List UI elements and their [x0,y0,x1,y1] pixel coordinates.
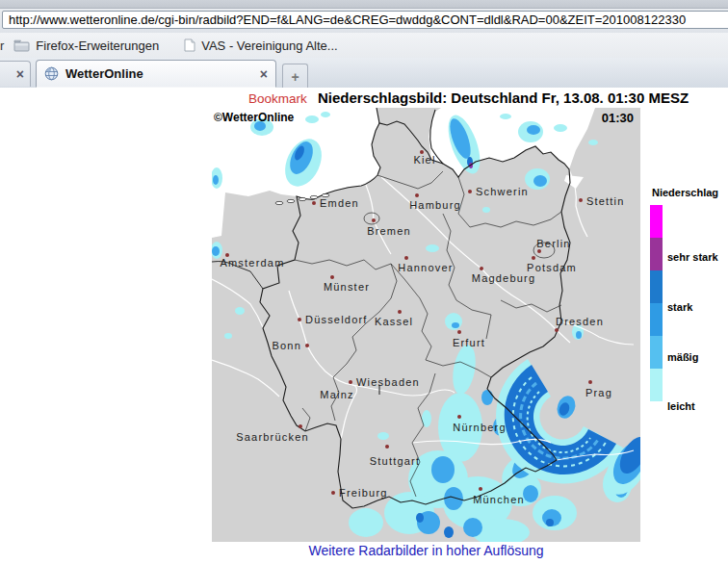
city-dot-Kassel [398,310,402,314]
precip-blob-med [576,331,582,339]
globe-favicon [44,66,59,81]
legend-label-mäßig: mäßig [667,351,698,363]
city-dot-Saarbrücken [299,424,302,428]
legend-segment [650,336,663,369]
precip-blob-med [444,487,463,510]
city-label-Dresden: Dresden [556,316,604,327]
city-label-Stuttgart: Stuttgart [370,455,420,467]
bookmark-item-vas[interactable]: VAS - Vereinigung Alte... [184,38,337,53]
precip-blob-light [224,333,232,339]
city-dot-Stettin [579,198,583,202]
legend-label-sehr-stark: sehr stark [667,251,718,263]
precip-blob-med [213,175,219,185]
legend-label-stark: stark [667,301,692,313]
precip-blob-med [527,125,540,135]
bookmark-label: Firefox-Erweiterungen [36,38,159,53]
precip-blob-light [349,508,383,537]
bookmarks-toolbar: r Firefox-Erweiterungen VAS - Vereinigun… [0,33,728,58]
bookmark-label: VAS - Vereinigung Alte... [201,38,337,53]
city-label-München: München [473,494,525,505]
city-label-Wiesbaden: Wiesbaden [356,376,420,388]
precip-blob-light [321,112,330,117]
precip-blob-light [554,124,567,132]
legend-segment [650,205,663,238]
window-top-edge [0,0,728,9]
precip-blob-dark [546,519,554,526]
map-copyright: ©WetterOnline [214,111,295,124]
city-label-Bremen: Bremen [367,225,411,237]
city-dot-Bremen [372,218,376,222]
city-label-Kassel: Kassel [375,316,413,327]
tab-close-icon[interactable]: × [16,67,24,81]
city-dot-Münster [330,275,334,279]
precip-blob-light [305,115,319,123]
city-label-Mainz: Mainz [320,389,353,400]
precip-blob-med [533,175,547,187]
precip-blob-dark [444,526,454,538]
city-dot-Hamburg [415,193,419,197]
legend-color-bar [650,205,663,401]
city-dot-Wiesbaden [349,380,352,384]
precip-blob-light [500,114,511,119]
precip-blob-light [588,140,598,145]
tab-title: WetterOnline [65,66,260,81]
precip-blob-med [523,485,538,502]
page-icon [184,38,195,52]
city-dot-Dresden [555,328,559,332]
city-label-Nürnberg: Nürnberg [453,422,506,433]
page-content: Bookmark Niederschlagsbild: Deutschland … [0,88,728,564]
tab-wetteronline[interactable]: WetterOnline × [36,60,276,88]
precip-blob-med [463,518,482,537]
city-dot-Erfurt [457,330,461,334]
city-dot-Magdeburg [480,267,483,270]
legend-segment [650,369,663,401]
city-label-Düsseldorf: Düsseldorf [305,314,368,325]
bookmark-item-firefox-erweiterungen[interactable]: Firefox-Erweiterungen [13,38,159,53]
legend-segment [650,303,663,336]
folder-icon [13,39,30,52]
city-dot-Schwerin [468,190,472,193]
precip-blob-med [431,456,455,483]
tab-strip: × WetterOnline × + [0,58,728,89]
city-dot-Berlin [537,249,541,253]
city-label-Berlin: Berlin [536,238,570,249]
map-time: 01:30 [602,111,634,125]
city-label-Emden: Emden [320,197,359,209]
bookmark-link[interactable]: Bookmark [248,91,307,106]
precip-blob-dark [416,513,424,523]
city-dot-Hannover [404,256,408,260]
city-label-Amsterdam: Amsterdam [220,257,284,269]
precip-blob-light [482,207,490,213]
radar-map-image: KielEmdenHamburgSchwerinStettinBremenAms… [212,108,640,542]
url-input[interactable] [2,11,728,29]
precip-blob-med [481,390,493,405]
city-dot-Potsdam [532,256,535,260]
city-dot-Emden [312,201,316,205]
legend-label-leicht: leicht [667,400,695,412]
city-dot-Prag [588,380,592,384]
precip-blob-med [212,246,220,256]
tab-previous-partial[interactable]: × [0,61,31,87]
more-radar-images-link[interactable]: Weitere Radarbilder in hoher Auflösung [212,543,640,558]
precip-blob-light [235,307,245,315]
city-label-Stettin: Stettin [586,195,625,207]
city-label-Magdeburg: Magdeburg [472,272,535,284]
tab-close-icon[interactable]: × [260,67,268,81]
city-label-Münster: Münster [324,281,370,293]
city-label-Kiel: Kiel [413,154,435,166]
legend-segment [650,270,663,303]
city-label-Hamburg: Hamburg [409,199,461,211]
city-dot-Nürnberg [457,415,461,419]
legend-segment [650,238,663,270]
city-dot-Freiburg [331,491,335,495]
precip-blob-light [426,244,439,252]
legend-title: Niederschlag [652,187,718,198]
precip-blob-light [377,432,389,440]
city-label-Bonn: Bonn [273,340,302,351]
new-tab-button[interactable]: + [282,64,308,89]
bookmark-item-cutoff[interactable]: r [0,38,4,53]
city-dot-Düsseldorf [298,318,301,321]
city-dot-Stuttgart [385,445,389,449]
city-label-Schwerin: Schwerin [476,186,529,197]
city-label-Erfurt: Erfurt [453,337,485,348]
